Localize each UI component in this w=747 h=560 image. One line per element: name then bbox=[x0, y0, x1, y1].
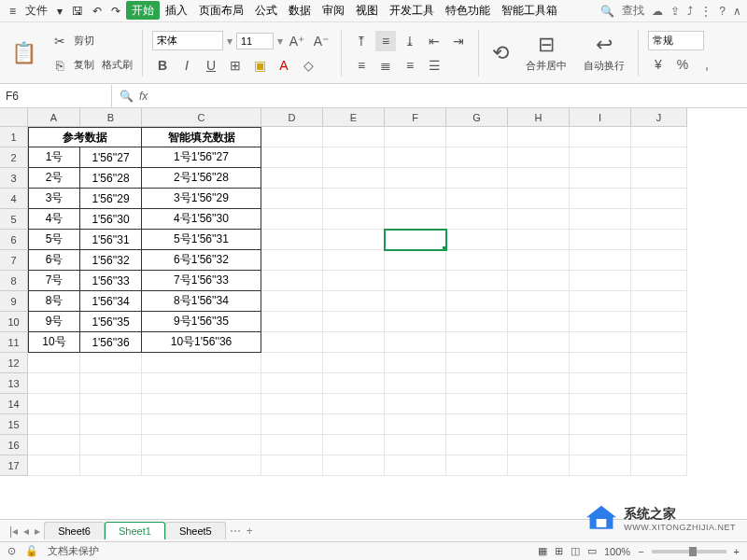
col-header-J[interactable]: J bbox=[631, 108, 687, 127]
file-menu[interactable]: 文件 bbox=[21, 1, 51, 21]
cell-J9[interactable] bbox=[631, 291, 687, 312]
cell-J17[interactable] bbox=[631, 455, 687, 476]
cell-H8[interactable] bbox=[508, 271, 570, 291]
cell-C12[interactable] bbox=[142, 353, 261, 373]
cell-C15[interactable] bbox=[142, 414, 261, 435]
cell-E16[interactable] bbox=[323, 435, 385, 455]
row-header-17[interactable]: 17 bbox=[0, 455, 28, 476]
cell-D12[interactable] bbox=[261, 353, 323, 373]
cell-F14[interactable] bbox=[385, 394, 446, 414]
help-icon[interactable]: ? bbox=[719, 5, 726, 18]
cell-B5[interactable]: 1'56''30 bbox=[80, 209, 142, 230]
font-name-select[interactable]: 宋体 bbox=[152, 31, 223, 50]
row-header-1[interactable]: 1 bbox=[0, 127, 28, 147]
row-header-3[interactable]: 3 bbox=[0, 168, 28, 189]
cell-C14[interactable] bbox=[142, 394, 261, 414]
col-header-C[interactable]: C bbox=[142, 108, 261, 127]
cell-C17[interactable] bbox=[142, 455, 261, 476]
indent-increase-icon[interactable]: ⇥ bbox=[448, 31, 469, 51]
cell-G16[interactable] bbox=[446, 435, 508, 455]
cell-J16[interactable] bbox=[631, 435, 687, 455]
cell-E1[interactable] bbox=[323, 127, 385, 147]
cell-B16[interactable] bbox=[80, 435, 142, 455]
cell-H13[interactable] bbox=[508, 373, 570, 394]
cell-F15[interactable] bbox=[385, 414, 446, 435]
underline-icon[interactable]: U bbox=[201, 55, 221, 76]
dropdown-icon[interactable]: ▾ bbox=[53, 3, 66, 20]
merge-center-button[interactable]: ⊟ 合并居中 bbox=[522, 33, 571, 73]
cell-I5[interactable] bbox=[570, 209, 631, 230]
cell-A11[interactable]: 10号 bbox=[28, 332, 80, 353]
cell-D14[interactable] bbox=[261, 394, 323, 414]
percent-icon[interactable]: % bbox=[672, 54, 693, 75]
cell-A12[interactable] bbox=[28, 353, 80, 373]
font-size-select[interactable]: 11 bbox=[236, 33, 274, 49]
cell-A1[interactable]: 参考数据 bbox=[28, 127, 142, 147]
cell-E3[interactable] bbox=[323, 168, 385, 189]
cell-I14[interactable] bbox=[570, 394, 631, 414]
cell-H12[interactable] bbox=[508, 353, 570, 373]
col-header-B[interactable]: B bbox=[80, 108, 142, 127]
row-header-4[interactable]: 4 bbox=[0, 189, 28, 209]
cell-G12[interactable] bbox=[446, 353, 508, 373]
cell-D4[interactable] bbox=[261, 189, 323, 209]
cell-A13[interactable] bbox=[28, 373, 80, 394]
cell-G6[interactable] bbox=[446, 230, 508, 250]
cell-B15[interactable] bbox=[80, 414, 142, 435]
col-header-D[interactable]: D bbox=[261, 108, 323, 127]
cell-A15[interactable] bbox=[28, 414, 80, 435]
cell-F7[interactable] bbox=[385, 250, 446, 271]
cell-D10[interactable] bbox=[261, 312, 323, 332]
cell-F9[interactable] bbox=[385, 291, 446, 312]
row-header-11[interactable]: 11 bbox=[0, 332, 28, 353]
clear-format-icon[interactable]: ◇ bbox=[298, 55, 318, 76]
cell-B11[interactable]: 1'56''36 bbox=[80, 332, 142, 353]
cell-F12[interactable] bbox=[385, 353, 446, 373]
cell-I10[interactable] bbox=[570, 312, 631, 332]
cell-I2[interactable] bbox=[570, 147, 631, 168]
cell-A7[interactable]: 6号 bbox=[28, 250, 80, 271]
cell-C16[interactable] bbox=[142, 435, 261, 455]
col-header-I[interactable]: I bbox=[570, 108, 631, 127]
cell-A8[interactable]: 7号 bbox=[28, 271, 80, 291]
align-left-icon[interactable]: ≡ bbox=[351, 55, 372, 76]
cell-C10[interactable]: 9号1'56''35 bbox=[142, 312, 261, 332]
name-box[interactable]: F6 bbox=[0, 85, 112, 107]
cell-E7[interactable] bbox=[323, 250, 385, 271]
indent-decrease-icon[interactable]: ⇤ bbox=[424, 31, 444, 51]
fx-icon[interactable]: fx bbox=[139, 90, 148, 103]
copy-icon[interactable]: ⎘ bbox=[49, 55, 70, 76]
cell-G17[interactable] bbox=[446, 455, 508, 476]
cell-J7[interactable] bbox=[631, 250, 687, 271]
share-icon[interactable]: ⇪ bbox=[670, 5, 680, 18]
cell-A3[interactable]: 2号 bbox=[28, 168, 80, 189]
cell-B13[interactable] bbox=[80, 373, 142, 394]
cell-D3[interactable] bbox=[261, 168, 323, 189]
cell-G2[interactable] bbox=[446, 147, 508, 168]
zoom-level[interactable]: 100% bbox=[604, 546, 630, 557]
view-normal-icon[interactable]: ▦ bbox=[538, 545, 547, 557]
cell-H6[interactable] bbox=[508, 230, 570, 250]
cell-A10[interactable]: 9号 bbox=[28, 312, 80, 332]
copy-label[interactable]: 复制 bbox=[74, 58, 94, 72]
export-icon[interactable]: ⤴ bbox=[687, 5, 693, 18]
cell-J8[interactable] bbox=[631, 271, 687, 291]
cell-E10[interactable] bbox=[323, 312, 385, 332]
view-custom-icon[interactable]: ◫ bbox=[571, 545, 580, 557]
cell-H1[interactable] bbox=[508, 127, 570, 147]
cell-F3[interactable] bbox=[385, 168, 446, 189]
cell-F2[interactable] bbox=[385, 147, 446, 168]
row-header-14[interactable]: 14 bbox=[0, 394, 28, 414]
cloud-icon[interactable]: ☁ bbox=[652, 5, 663, 18]
zoom-out-icon[interactable]: − bbox=[638, 546, 643, 557]
cell-A6[interactable]: 5号 bbox=[28, 230, 80, 250]
align-center-icon[interactable]: ≣ bbox=[375, 55, 396, 76]
dropdown-icon[interactable]: ▾ bbox=[227, 35, 233, 48]
cell-B7[interactable]: 1'56''32 bbox=[80, 250, 142, 271]
cell-H16[interactable] bbox=[508, 435, 570, 455]
cell-A4[interactable]: 3号 bbox=[28, 189, 80, 209]
cell-E2[interactable] bbox=[323, 147, 385, 168]
cell-J4[interactable] bbox=[631, 189, 687, 209]
cell-J2[interactable] bbox=[631, 147, 687, 168]
save-icon[interactable]: 🖫 bbox=[68, 3, 87, 20]
